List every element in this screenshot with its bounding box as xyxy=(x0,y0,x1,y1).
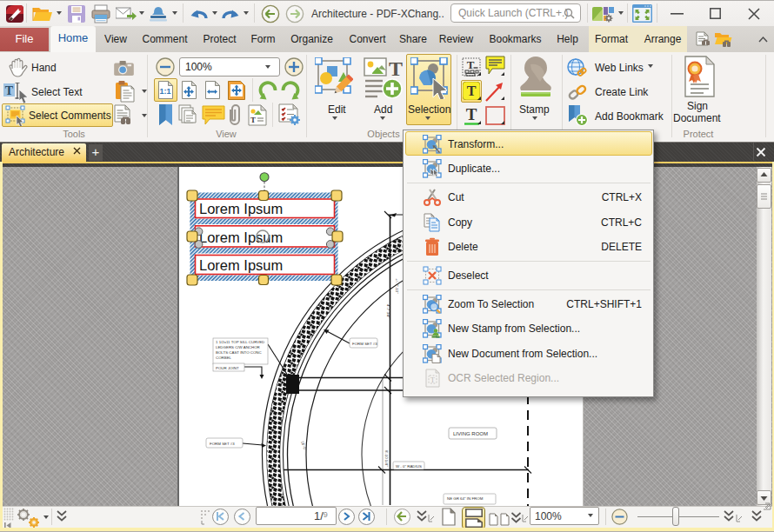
svg-text:FORM SET #3: FORM SET #3 xyxy=(210,442,235,446)
svg-text:+/- 7'-10": +/- 7'-10" xyxy=(395,278,399,294)
svg-text:T: T xyxy=(430,376,435,384)
svg-text:1:1: 1:1 xyxy=(159,87,170,96)
svg-text:8'-10 1/4": 8'-10 1/4" xyxy=(384,450,389,467)
svg-text:LEDGERS C/W ANCHOR: LEDGERS C/W ANCHOR xyxy=(216,345,260,349)
svg-text:T: T xyxy=(5,84,14,97)
svg-text:POUR JOINT: POUR JOINT xyxy=(216,366,239,370)
svg-text:BOLTS CAST INTO CONC: BOLTS CAST INTO CONC xyxy=(216,350,262,355)
svg-text:T: T xyxy=(250,116,256,124)
svg-text:LIVING ROOM: LIVING ROOM xyxy=(453,431,488,436)
svg-text:NE GR 64" IN FROM: NE GR 64" IN FROM xyxy=(447,496,484,501)
svg-text:Lorem Ipsum: Lorem Ipsum xyxy=(199,201,283,216)
svg-text:CORBEL: CORBEL xyxy=(216,356,232,360)
svg-text:4'-7 3/4": 4'-7 3/4" xyxy=(386,304,390,319)
svg-text:Lorem Ipsum: Lorem Ipsum xyxy=(199,229,283,245)
svg-text:1 1/2x11 TOP SILL CURVED: 1 1/2x11 TOP SILL CURVED xyxy=(216,340,264,344)
svg-text:FORM SET #3: FORM SET #3 xyxy=(352,342,377,346)
svg-text:T: T xyxy=(389,57,403,80)
svg-text:Lorem Ipsum: Lorem Ipsum xyxy=(199,257,283,273)
svg-text:W - 0" RADIUS: W - 0" RADIUS xyxy=(396,464,422,469)
